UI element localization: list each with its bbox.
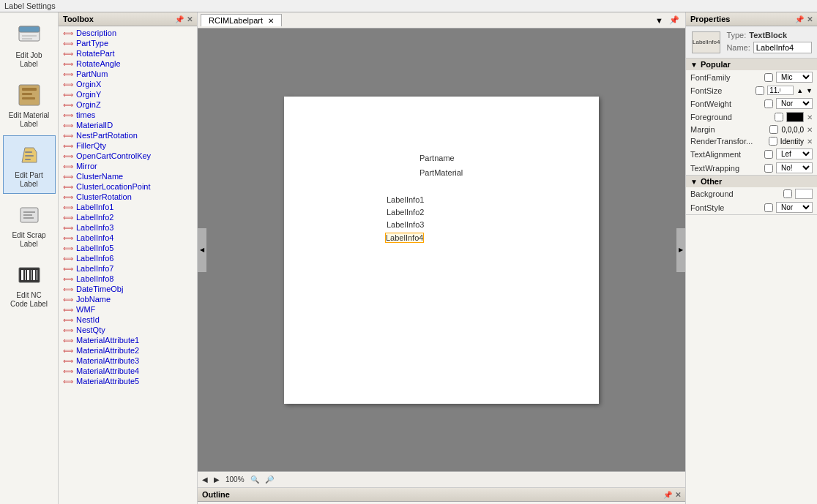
canvas-scroll-right[interactable]: ▶: [676, 228, 685, 272]
canvas-tab-rcimlabelpart[interactable]: RCIMLabelpart ✕: [201, 14, 282, 26]
sidebar-item-edit-job-label[interactable]: Edit JobLabel: [3, 15, 56, 74]
toolbox-item-labelinfo8[interactable]: ⟺LabelInfo8: [59, 274, 197, 284]
prop-textalignment-dropdown[interactable]: Lef: [776, 148, 813, 159]
canvas-label-labelinfo4[interactable]: LabelInfo4: [385, 233, 424, 243]
toolbox-item-clustername[interactable]: ⟺ClusterName: [59, 171, 197, 181]
other-section-header[interactable]: ▼ Other: [686, 176, 817, 187]
toolbox-item-clusterrotation[interactable]: ⟺ClusterRotation: [59, 192, 197, 202]
prop-fontsize-checkbox[interactable]: [756, 86, 764, 95]
prop-margin-clear[interactable]: ✕: [807, 126, 813, 134]
outline-pin-icon[interactable]: 📌: [663, 491, 672, 499]
toolbox-item-orginx[interactable]: ⟺OrginX: [59, 79, 197, 89]
prop-background-checkbox[interactable]: [783, 189, 792, 198]
toolbox-item-labelinfo6[interactable]: ⟺LabelInfo6: [59, 253, 197, 263]
prop-fontstyle-dropdown[interactable]: Nor: [776, 202, 813, 213]
canvas-zoom-in[interactable]: 🔍: [250, 475, 259, 484]
toolbox-item-labelinfo3[interactable]: ⟺LabelInfo3: [59, 222, 197, 233]
toolbox-item-materialattribute4[interactable]: ⟺MaterialAttribute4: [59, 366, 197, 376]
prop-fontsize-spin-down[interactable]: ▼: [806, 87, 813, 94]
prop-margin-checkbox[interactable]: [769, 125, 778, 134]
prop-fontfamily-checkbox[interactable]: [764, 73, 773, 82]
canvas-scroll-left[interactable]: ◀: [198, 228, 206, 272]
toolbox-item-datetimeobj[interactable]: ⟺DateTimeObj: [59, 284, 197, 294]
toolbox-item-materialattribute5[interactable]: ⟺MaterialAttribute5: [59, 376, 197, 386]
toolbox-item-labelinfo2[interactable]: ⟺LabelInfo2: [59, 212, 197, 222]
toolbox-item-materialid[interactable]: ⟺MaterialID: [59, 120, 197, 130]
toolbox-item-materialattribute3[interactable]: ⟺MaterialAttribute3: [59, 356, 197, 366]
canvas-label-partname[interactable]: Partname: [419, 154, 455, 162]
prop-textwrapping-checkbox[interactable]: [764, 164, 773, 173]
outline-close-icon[interactable]: ✕: [675, 491, 681, 499]
sidebar-item-edit-material-label[interactable]: Edit MaterialLabel: [3, 75, 56, 134]
prop-fontweight-dropdown[interactable]: Nor: [776, 98, 813, 109]
prop-foreground-swatch[interactable]: [786, 112, 804, 122]
prop-rendertransform-clear[interactable]: ✕: [807, 138, 813, 146]
outline-panel: Outline 📌 ✕: [198, 487, 685, 504]
toolbox-item-materialattribute1[interactable]: ⟺MaterialAttribute1: [59, 335, 197, 345]
toolbox-item-rotatepart[interactable]: ⟺RotatePart: [59, 48, 197, 59]
sidebar-item-edit-part-label[interactable]: Edit PartLabel: [3, 135, 56, 194]
toolbox-item-partnum[interactable]: ⟺PartNum: [59, 69, 197, 79]
toolbox-item-icon: ⟺: [63, 121, 73, 129]
prop-textalignment-checkbox[interactable]: [764, 150, 773, 159]
canvas-label-labelinfo2[interactable]: LabelInfo2: [387, 208, 424, 217]
prop-name-input[interactable]: [753, 42, 812, 53]
prop-fontweight-checkbox[interactable]: [764, 99, 773, 108]
toolbox-item-orginz[interactable]: ⟺OrginZ: [59, 99, 197, 110]
toolbox-item-label: MaterialID: [76, 121, 113, 129]
toolbox-item-labelinfo1[interactable]: ⟺LabelInfo1: [59, 202, 197, 212]
properties-close-icon[interactable]: ✕: [807, 15, 813, 23]
canvas-expand-icon[interactable]: ▼: [652, 16, 666, 25]
prop-background-swatch[interactable]: [795, 189, 813, 199]
toolbox-item-icon: ⟺: [63, 214, 73, 222]
prop-textwrapping-dropdown[interactable]: No!: [776, 162, 813, 173]
toolbox-item-label: ClusterName: [76, 172, 123, 181]
toolbox-item-clusterlocationpoint[interactable]: ⟺ClusterLocationPoint: [59, 181, 197, 192]
prop-rendertransform-checkbox[interactable]: [769, 137, 777, 146]
toolbox-item-description[interactable]: ⟺Description: [59, 28, 197, 38]
toolbox-item-nestpartrotation[interactable]: ⟺NestPartRotation: [59, 130, 197, 140]
toolbox-item-fillerqty[interactable]: ⟺FillerQty: [59, 140, 197, 151]
prop-fontsize-spin-up[interactable]: ▲: [797, 87, 803, 94]
toolbox-item-parttype[interactable]: ⟺PartType: [59, 38, 197, 48]
sidebar-item-edit-scrap-label[interactable]: Edit ScrapLabel: [3, 195, 56, 254]
toolbox-item-opencartcontrolkey[interactable]: ⟺OpenCartControlKey: [59, 151, 197, 161]
prop-preview-box: LabelInfo4: [692, 31, 720, 53]
prop-fontsize-input[interactable]: [767, 86, 794, 95]
popular-section-header[interactable]: ▼ Popular: [686, 59, 817, 70]
toolbox-item-label: MaterialAttribute4: [76, 366, 139, 375]
toolbox-item-wmf[interactable]: ⟺WMF: [59, 304, 197, 315]
prop-foreground-clear[interactable]: ✕: [807, 113, 813, 121]
toolbox-item-labelinfo4[interactable]: ⟺LabelInfo4: [59, 233, 197, 243]
toolbox-item-rotateangle[interactable]: ⟺RotateAngle: [59, 59, 197, 69]
canvas-nav-next[interactable]: ▶: [214, 475, 220, 484]
prop-name-label: Name:: [726, 43, 750, 52]
canvas-label-labelinfo1[interactable]: LabelInfo1: [387, 195, 424, 204]
prop-fontstyle-checkbox[interactable]: [764, 203, 773, 212]
toolbox-item-times[interactable]: ⟺times: [59, 110, 197, 120]
canvas-nav-prev[interactable]: ◀: [202, 475, 208, 484]
properties-pin-icon[interactable]: 📌: [795, 15, 804, 23]
toolbox-item-materialattribute2[interactable]: ⟺MaterialAttribute2: [59, 345, 197, 356]
toolbox-close-icon[interactable]: ✕: [187, 15, 193, 23]
prop-fontfamily-dropdown[interactable]: Mic: [776, 72, 813, 83]
prop-foreground-checkbox[interactable]: [775, 113, 783, 121]
edit-part-icon: [15, 140, 44, 170]
toolbox-item-mirror[interactable]: ⟺Mirror: [59, 161, 197, 171]
toolbox-item-labelinfo5[interactable]: ⟺LabelInfo5: [59, 243, 197, 253]
toolbox-item-label: OrginX: [76, 80, 101, 89]
toolbox-item-nestid[interactable]: ⟺NestId: [59, 315, 197, 325]
canvas-tab-close-icon[interactable]: ✕: [268, 17, 274, 25]
sidebar-item-edit-nc-label[interactable]: Edit NCCode Label: [3, 255, 56, 314]
canvas-zoom-out[interactable]: 🔎: [265, 475, 274, 484]
toolbox-item-nestqty[interactable]: ⟺NestQty: [59, 325, 197, 335]
toolbox-item-label: Mirror: [76, 162, 97, 170]
toolbox-pin-icon[interactable]: 📌: [175, 15, 184, 23]
canvas-label-labelinfo3[interactable]: LabelInfo3: [387, 220, 424, 229]
canvas-label-partmaterial[interactable]: PartMaterial: [419, 168, 463, 177]
sidebar-item-label: Edit ScrapLabel: [12, 231, 45, 249]
toolbox-item-orginy[interactable]: ⟺OrginY: [59, 89, 197, 99]
toolbox-item-jobname[interactable]: ⟺JobName: [59, 294, 197, 304]
canvas-pin-icon[interactable]: 📌: [666, 15, 682, 25]
toolbox-item-labelinfo7[interactable]: ⟺LabelInfo7: [59, 263, 197, 274]
